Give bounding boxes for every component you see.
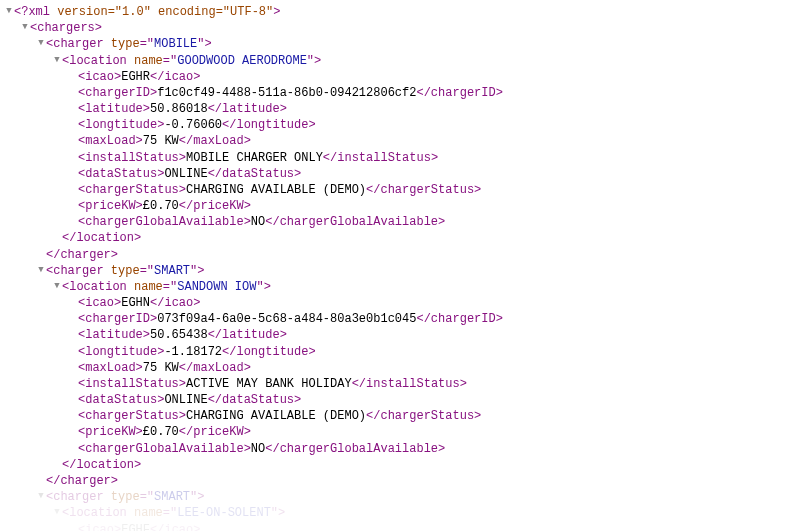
xml-tag: <charger [46, 264, 111, 278]
xml-text: NO [251, 215, 265, 229]
xml-text: -1.18172 [164, 345, 222, 359]
xml-line: <longtitude>-0.76060</longtitude> [4, 117, 783, 133]
xml-line: ▼<location name="SANDOWN IOW"> [4, 279, 783, 295]
xml-line: <maxLoad>75 KW</maxLoad> [4, 133, 783, 149]
xml-line: ▼<location name="GOODWOOD AERODROME"> [4, 53, 783, 69]
xml-tag: </maxLoad> [179, 135, 251, 149]
xml-text: -0.76060 [164, 118, 222, 132]
disclosure-triangle-icon[interactable]: ▼ [4, 3, 14, 19]
xml-line: ▼<charger type="SMART"> [4, 263, 783, 279]
xml-tag: <icao> [78, 296, 121, 310]
xml-line: <icao>EGHF</icao> [4, 522, 783, 532]
xml-line: <chargerStatus>CHARGING AVAILABLE (DEMO)… [4, 182, 783, 198]
xml-text: CHARGING AVAILABLE (DEMO) [186, 183, 366, 197]
xml-attr-name: name [134, 507, 163, 521]
xml-tag: </installStatus> [323, 151, 438, 165]
xml-line: <chargerGlobalAvailable>NO</chargerGloba… [4, 441, 783, 457]
xml-tag: </charger> [46, 474, 118, 488]
xml-tag: </priceKW> [179, 426, 251, 440]
xml-text: ONLINE [164, 167, 207, 181]
xml-tag: </chargerID> [416, 86, 502, 100]
xml-attr-name: type [111, 490, 140, 504]
xml-tag: <chargerID> [78, 312, 157, 326]
xml-tag: <dataStatus> [78, 167, 164, 181]
xml-text: f1c0cf49-4488-511a-86b0-094212806cf2 [157, 86, 416, 100]
xml-tag: <priceKW> [78, 426, 143, 440]
xml-line: </location> [4, 457, 783, 473]
xml-tag: </longtitude> [222, 118, 316, 132]
xml-text: 50.65438 [150, 329, 208, 343]
xml-tag: <installStatus> [78, 377, 186, 391]
xml-tag: </chargerStatus> [366, 183, 481, 197]
xml-line: <priceKW>£0.70</priceKW> [4, 424, 783, 440]
xml-text: 75 KW [143, 361, 179, 375]
xml-tag: <charger [46, 38, 111, 52]
xml-text: MOBILE CHARGER ONLY [186, 151, 323, 165]
xml-tag: </chargerGlobalAvailable> [265, 442, 445, 456]
disclosure-triangle-icon[interactable]: ▼ [52, 504, 62, 520]
xml-tag: <dataStatus> [78, 393, 164, 407]
xml-attr-name: name [134, 280, 163, 294]
xml-tag: <chargers> [30, 21, 102, 35]
xml-line: ▼<location name="LEE-ON-SOLENT"> [4, 505, 783, 521]
xml-tag: <location [62, 507, 134, 521]
xml-tag: </latitude> [208, 102, 287, 116]
xml-attr-value: SANDOWN IOW [177, 280, 256, 294]
xml-line: <latitude>50.65438</latitude> [4, 327, 783, 343]
xml-line: <icao>EGHN</icao> [4, 295, 783, 311]
xml-tag: </dataStatus> [208, 167, 302, 181]
xml-tag: <location [62, 280, 134, 294]
xml-text: NO [251, 442, 265, 456]
xml-line: <chargerID>073f09a4-6a0e-5c68-a484-80a3e… [4, 311, 783, 327]
xml-text: EGHF [121, 523, 150, 531]
xml-tag: <chargerStatus> [78, 409, 186, 423]
xml-tag: <longtitude> [78, 345, 164, 359]
xml-line: <maxLoad>75 KW</maxLoad> [4, 360, 783, 376]
xml-tag: </icao> [150, 70, 200, 84]
xml-text: EGHR [121, 70, 150, 84]
xml-line: <longtitude>-1.18172</longtitude> [4, 344, 783, 360]
xml-line: <dataStatus>ONLINE</dataStatus> [4, 166, 783, 182]
xml-attr-name: name [134, 54, 163, 68]
xml-tag: </chargerGlobalAvailable> [265, 215, 445, 229]
xml-tag: </location> [62, 232, 141, 246]
xml-tag: </dataStatus> [208, 393, 302, 407]
xml-line: <priceKW>£0.70</priceKW> [4, 198, 783, 214]
xml-attr-value: SMART [154, 264, 190, 278]
xml-text: 073f09a4-6a0e-5c68-a484-80a3e0b1c045 [157, 312, 416, 326]
xml-tag: <chargerStatus> [78, 183, 186, 197]
xml-line: <dataStatus>ONLINE</dataStatus> [4, 392, 783, 408]
xml-text: EGHN [121, 296, 150, 310]
xml-tag: <installStatus> [78, 151, 186, 165]
xml-line: </charger> [4, 247, 783, 263]
xml-tag: <maxLoad> [78, 135, 143, 149]
disclosure-triangle-icon[interactable]: ▼ [52, 52, 62, 68]
xml-tag: </priceKW> [179, 199, 251, 213]
xml-tag: <priceKW> [78, 199, 143, 213]
xml-tag: <icao> [78, 70, 121, 84]
xml-attr-name: type [111, 38, 140, 52]
disclosure-triangle-icon[interactable]: ▼ [36, 488, 46, 504]
xml-tag: </location> [62, 458, 141, 472]
xml-tag: </icao> [150, 523, 200, 531]
xml-line: <latitude>50.86018</latitude> [4, 101, 783, 117]
xml-tag: <latitude> [78, 102, 150, 116]
xml-line: ▼<charger type="MOBILE"> [4, 36, 783, 52]
disclosure-triangle-icon[interactable]: ▼ [52, 278, 62, 294]
xml-line: <chargerGlobalAvailable>NO</chargerGloba… [4, 214, 783, 230]
xml-tag: </longtitude> [222, 345, 316, 359]
xml-tag: <icao> [78, 523, 121, 531]
xml-tag: <chargerGlobalAvailable> [78, 442, 251, 456]
xml-text: £0.70 [143, 199, 179, 213]
disclosure-triangle-icon[interactable]: ▼ [36, 35, 46, 51]
xml-line: <installStatus>ACTIVE MAY BANK HOLIDAY</… [4, 376, 783, 392]
xml-declaration: <?xml [14, 5, 57, 19]
xml-attr-value: SMART [154, 490, 190, 504]
xml-tag: <location [62, 54, 134, 68]
disclosure-triangle-icon[interactable]: ▼ [20, 19, 30, 35]
xml-text: 50.86018 [150, 102, 208, 116]
xml-text: 75 KW [143, 135, 179, 149]
xml-line: <icao>EGHR</icao> [4, 69, 783, 85]
disclosure-triangle-icon[interactable]: ▼ [36, 262, 46, 278]
xml-text: £0.70 [143, 426, 179, 440]
